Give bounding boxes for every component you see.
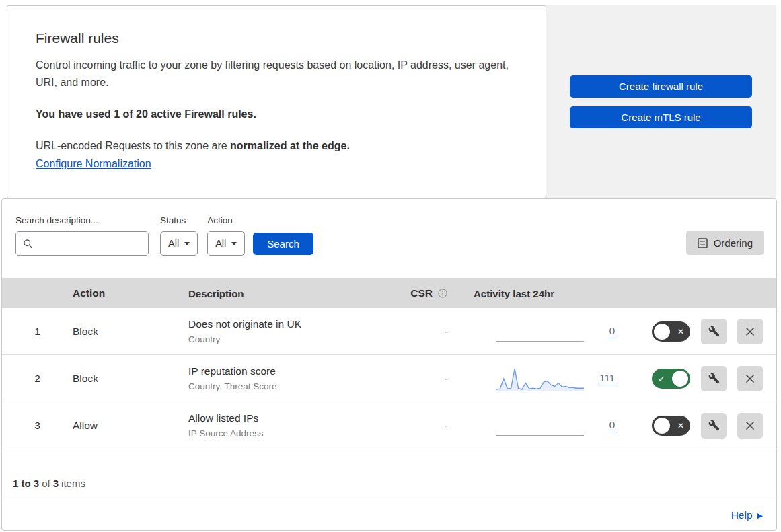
rule-criteria: IP Source Address [188,428,361,439]
rule-action: Allow [73,420,188,432]
rule-action: Block [73,326,188,338]
page-description: Control incoming traffic to your zone by… [36,56,517,91]
rule-description: Allow listed IPs IP Source Address [188,412,367,439]
edit-rule-button[interactable] [701,366,727,391]
table-header: Action Description CSR Activity last 24h… [2,278,776,308]
action-dropdown[interactable]: All [207,231,245,256]
rule-activity: 0 [461,413,623,439]
search-box[interactable] [15,231,149,256]
column-header-action: Action [73,287,188,299]
rule-controls: ✕ [623,413,776,439]
table-row: 1 Block Does not originate in UK Country… [2,308,776,355]
page-header-section: Firewall rules Control incoming traffic … [7,5,776,198]
intro-card: Firewall rules Control incoming traffic … [7,5,546,198]
wrench-icon [708,326,720,337]
edit-rule-button[interactable] [701,413,727,439]
close-icon [745,373,755,384]
search-input[interactable] [38,238,148,249]
column-header-csr: CSR [367,287,461,299]
delete-rule-button[interactable] [737,319,763,344]
search-filter-group: Search description... [15,215,149,256]
rule-csr-value: - [367,326,461,338]
table-row: 2 Block IP reputation score Country, Thr… [2,355,776,402]
help-label: Help [731,509,753,521]
activity-count-link[interactable]: 0 [608,325,616,338]
filter-bar: Search description... Status All Action … [2,199,776,278]
toggle-off-x-icon: ✕ [677,328,684,336]
items-of-label: of [42,478,50,489]
actions-panel: Create firewall rule Create mTLS rule [546,5,776,198]
rule-csr-value: - [367,420,461,432]
toggle-on-check-icon: ✓ [658,374,665,383]
info-icon[interactable] [437,288,448,299]
close-icon [745,420,755,431]
ordering-button-label: Ordering [714,237,753,249]
normalization-note: URL-encoded Requests to this zone are no… [36,140,517,152]
rule-enabled-toggle[interactable]: ✕ [652,321,690,342]
items-label: items [61,478,85,489]
toggle-off-x-icon: ✕ [677,422,684,430]
rule-description-title: Does not originate in UK [188,318,361,330]
wrench-icon [708,420,720,431]
rules-list-card: Search description... Status All Action … [1,198,777,531]
activity-flat-baseline [496,413,584,439]
status-filter-group: Status All [160,215,198,256]
rule-number: 3 [2,420,73,432]
items-total: 3 [53,478,59,489]
action-dropdown-value: All [215,238,226,249]
ordering-icon [698,238,708,248]
status-dropdown-value: All [168,238,179,249]
normalization-note-text: URL-encoded Requests to this zone are [36,140,230,151]
table-footer: 1 to 3 of 3 items [2,449,776,500]
rule-criteria: Country [188,334,361,344]
create-mtls-rule-button[interactable]: Create mTLS rule [570,106,752,128]
csr-header-label: CSR [410,287,433,299]
rule-activity: 111 [461,366,623,391]
status-label: Status [160,215,198,225]
create-firewall-rule-button[interactable]: Create firewall rule [570,75,752,98]
rule-enabled-toggle[interactable]: ✕ [652,416,690,436]
edit-rule-button[interactable] [701,319,727,344]
activity-flat-baseline [496,319,584,344]
rule-description-title: IP reputation score [188,365,361,377]
status-dropdown[interactable]: All [160,231,198,256]
wrench-icon [708,373,720,384]
action-label: Action [207,215,245,225]
rule-controls: ✕ [623,319,776,344]
rule-enabled-toggle[interactable]: ✓ [652,369,690,389]
usage-summary: You have used 1 of 20 active Firewall ru… [36,108,517,120]
delete-rule-button[interactable] [737,366,763,391]
column-header-description: Description [188,288,367,299]
help-link[interactable]: Help ▶ [731,509,763,521]
page-title: Firewall rules [36,30,517,46]
toggle-knob [672,371,688,387]
configure-normalization-link[interactable]: Configure Normalization [36,158,151,169]
rule-description: IP reputation score Country, Threat Scor… [188,365,367,391]
search-description-label: Search description... [15,215,149,225]
delete-rule-button[interactable] [737,413,763,439]
rule-controls: ✓ [623,366,776,391]
ordering-button[interactable]: Ordering [686,231,764,255]
rule-action: Block [73,373,188,385]
activity-count-link[interactable]: 111 [598,372,616,385]
column-header-activity: Activity last 24hr [461,288,623,299]
rule-number: 2 [2,373,73,385]
chevron-down-icon [231,242,237,245]
chevron-down-icon [184,242,190,245]
items-range: 1 to 3 [13,478,39,489]
arrow-right-icon: ▶ [757,512,763,519]
activity-count-link[interactable]: 0 [608,419,616,432]
rule-description: Does not originate in UK Country [188,318,367,344]
rule-csr-value: - [367,373,461,385]
action-filter-group: Action All [207,215,245,256]
rule-activity: 0 [461,319,623,344]
table-row: 3 Allow Allow listed IPs IP Source Addre… [2,402,776,449]
close-icon [745,326,755,337]
search-button[interactable]: Search [253,233,313,255]
rule-number: 1 [2,326,73,338]
normalization-note-bold: normalized at the edge. [230,140,350,151]
search-icon [23,239,33,249]
activity-sparkline [496,366,584,391]
rule-criteria: Country, Threat Score [188,381,361,391]
help-row: Help ▶ [2,500,776,530]
